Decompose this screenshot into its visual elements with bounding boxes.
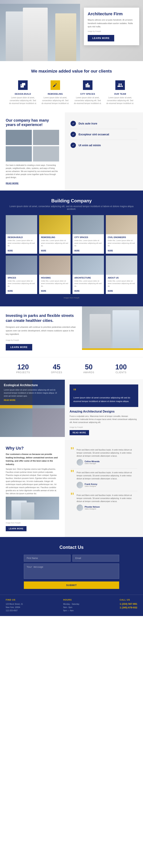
building-card-more-3[interactable]: MORE xyxy=(108,249,113,251)
testimonial-role-2: Sales Designer xyxy=(85,508,100,510)
hero-title: Architecture Firm xyxy=(88,11,135,17)
avatar-image-2 xyxy=(77,504,83,511)
amazing-read-more-button[interactable]: READ MORE xyxy=(70,430,89,435)
features-grid: DESIGN-BUILD Lorem ipsum dolor sit amet,… xyxy=(6,80,137,105)
feature-remodeling-desc: Lorem ipsum dolor sit amet, consectetur … xyxy=(41,96,70,105)
building-section: Building Company Lorem ipsum dolor sit a… xyxy=(0,190,143,306)
testimonial-name-1: Frank Kenny xyxy=(85,483,98,485)
whyus-bold-text: Our customers choose us because we provi… xyxy=(6,453,59,466)
remodel-icon xyxy=(50,81,60,90)
hero-learn-more-button[interactable]: LEARN MORE xyxy=(88,35,114,41)
testimonial-avatar-0: Celine Miranda Sales Manager xyxy=(77,459,137,466)
check-circle-1 xyxy=(71,121,76,126)
building-card-body-2: CITY SPACES Order this. Lorem ipsum dolo… xyxy=(72,234,104,254)
ecological-section: Ecological Architecture Lorem ipsum dolo… xyxy=(0,380,143,440)
building-card-img-0 xyxy=(6,215,37,234)
experience-section: Our company has many years of experience… xyxy=(0,113,143,190)
building-card-more-0[interactable]: MORE xyxy=(8,249,13,251)
team-icon xyxy=(115,81,125,90)
investing-yellow-bar xyxy=(82,348,143,350)
ecological-right-panel: " Lorem ipsum dolor sit amet consectetur… xyxy=(65,380,143,440)
stats-section: 120 PROJECTS 45 OFFICES 50 AWARDS 100 CL… xyxy=(0,357,143,380)
testimonial-1: " Proin sed libero enim sed faucibus tur… xyxy=(71,468,137,491)
check-text-1: Duis aute irure xyxy=(78,122,97,125)
hero-section: Architecture Firm Mauris ultrices orci u… xyxy=(0,0,143,61)
investing-description: Designers and urbanists will continue to… xyxy=(6,325,76,336)
building-card-more-6[interactable]: MORE xyxy=(74,290,79,292)
ecological-read-more-link[interactable]: READ MORE xyxy=(4,399,61,401)
footer-phone-1[interactable]: 1 (234) 567-891 xyxy=(119,602,137,605)
building-card-more-2[interactable]: MORE xyxy=(74,249,79,251)
contact-heading: Contact Us xyxy=(6,545,137,550)
investing-left-panel: Investing in parks and flexible streets … xyxy=(0,306,82,357)
building-card-desc-5: Order this. Lorem ipsum dolor sit amet c… xyxy=(41,280,69,288)
testimonial-name-0: Celine Miranda xyxy=(85,460,100,463)
testimonial-text-0: Proin sed libero enim sed faucibus turpi… xyxy=(77,448,137,458)
testimonial-body-1: Proin sed libero enim sed faucibus turpi… xyxy=(77,471,137,488)
building-card-0: DESIGN-BUILD Order this. Lorem ipsum dol… xyxy=(6,215,37,254)
maximize-heading: We maximize added value for our clients xyxy=(6,69,137,74)
building-card-img-5 xyxy=(39,256,71,275)
hero-img-credit: Image by Freepik xyxy=(88,30,135,33)
testimonial-avatar-1: Frank Kenny Sales Designer xyxy=(77,482,137,488)
amazing-description: Fusce a vulputate arcu. Maecenas lorem a… xyxy=(70,415,138,424)
investing-learn-more-button[interactable]: LEARN MORE xyxy=(6,344,32,350)
building-card-body-7: ABOUT US Order this. Lorem ipsum dolor s… xyxy=(106,275,137,294)
building-card-img-4 xyxy=(6,256,37,275)
building-card-body-4: SPACES Order this. Lorem ipsum dolor sit… xyxy=(6,275,37,294)
building-card-more-5[interactable]: MORE xyxy=(41,290,46,292)
contact-submit-button[interactable]: SUBMIT xyxy=(24,582,119,589)
exp-image-4 xyxy=(33,146,59,161)
whyus-img-credit: Image from Freepik xyxy=(6,522,59,524)
experience-read-more-link[interactable]: READ MORE xyxy=(6,182,19,184)
testimonial-avatar-2: Phoebe Nelson Sales Designer xyxy=(77,504,137,511)
email-input[interactable] xyxy=(72,555,119,562)
stat-projects: 120 PROJECTS xyxy=(16,363,30,374)
footer-find-us: FIND US 123 Block Street, 21 New York, 1… xyxy=(6,599,23,612)
first-name-input[interactable] xyxy=(24,555,71,562)
feature-our-team-desc: Lorem ipsum dolor sit amet, consectetur … xyxy=(106,96,135,105)
building-card-body-5: HOUSING Order this. Lorem ipsum dolor si… xyxy=(39,275,71,294)
ecological-description: Lorem ipsum dolor sit amet consectetur a… xyxy=(4,389,61,398)
whyus-learn-more-button[interactable]: LEARN MORE xyxy=(6,526,27,531)
hero-card: Architecture Firm Mauris ultrices orci u… xyxy=(84,8,139,45)
message-textarea[interactable] xyxy=(24,563,119,579)
building-card-desc-1: Order this. Lorem ipsum dolor sit amet c… xyxy=(41,239,69,247)
building-card-desc-3: Order this. Lorem ipsum dolor sit amet c… xyxy=(108,239,135,247)
ecological-quote-block: " Lorem ipsum dolor sit amet consectetur… xyxy=(70,384,138,407)
testimonial-name-2: Phoebe Nelson xyxy=(85,506,100,508)
footer-find-us-heading: FIND US xyxy=(6,599,23,601)
building-card-label-2: CITY SPACES xyxy=(74,236,102,239)
feature-design-build-label: DESIGN-BUILD xyxy=(9,93,37,95)
building-card-more-7[interactable]: MORE xyxy=(108,290,113,292)
building-card-img-7 xyxy=(106,256,137,275)
ecological-quote-text: Lorem ipsum dolor sit amet consectetur a… xyxy=(73,396,135,403)
testimonial-quote-mark-1: " xyxy=(71,470,74,488)
avatar-image-1 xyxy=(77,482,83,488)
testimonial-body-2: Proin sed libero enim sed faucibus turpi… xyxy=(77,494,137,511)
building-sub: Lorem ipsum dolor sit amet, consectetur … xyxy=(6,205,137,210)
check-item-1: Duis aute irure xyxy=(71,118,137,129)
whyus-body-text: Sample text. Click to Egestas viverra na… xyxy=(6,468,59,495)
check-text-2: Excepteur sint occaecat xyxy=(78,133,109,136)
footer-phone-2[interactable]: 1 (345) 678-932 xyxy=(119,606,137,609)
testimonial-author-0: Celine Miranda Sales Manager xyxy=(85,460,100,464)
feature-our-team-icon-container xyxy=(114,80,126,91)
experience-heading: Our company has many years of experience… xyxy=(6,118,59,127)
building-card-more-4[interactable]: MORE xyxy=(8,290,13,292)
footer-hours: HOURS Monday - Saturday 9am - 6pm 9pm — … xyxy=(63,599,79,612)
footer-find-us-address: 123 Block Street, 21 New York, 10004 112… xyxy=(6,602,23,612)
whyus-image xyxy=(6,497,59,520)
stat-projects-label: PROJECTS xyxy=(16,371,30,374)
building-card-desc-0: Order this. Lorem ipsum dolor sit amet c… xyxy=(8,239,35,247)
building-card-1: REMODELING Order this. Lorem ipsum dolor… xyxy=(39,215,71,254)
building-card-body-6: ARCHITECTURE Order this. Lorem ipsum dol… xyxy=(72,275,104,294)
building-card-2: CITY SPACES Order this. Lorem ipsum dolo… xyxy=(72,215,104,254)
feature-city-spaces-label: CITY SPACES xyxy=(73,93,102,95)
testimonial-0: " Proin sed libero enim sed faucibus tur… xyxy=(71,446,137,468)
contact-form-row-1 xyxy=(24,555,119,562)
building-card-more-1[interactable]: MORE xyxy=(41,249,46,251)
ecological-overlay: Ecological Architecture Lorem ipsum dolo… xyxy=(0,380,65,405)
building-card-desc-4: Order this. Lorem ipsum dolor sit amet c… xyxy=(8,280,35,288)
investing-right-panel xyxy=(82,306,143,357)
